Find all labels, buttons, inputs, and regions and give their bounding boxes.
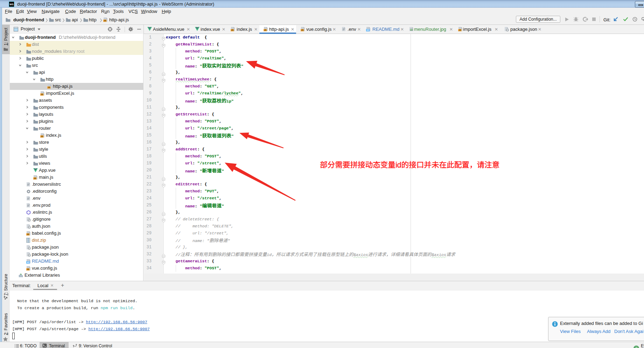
svg-text:JS: JS <box>458 29 461 31</box>
svg-text:JS: JS <box>231 29 233 31</box>
svg-text:JS: JS <box>27 268 29 270</box>
svg-text:MD: MD <box>27 261 30 263</box>
svg-text:JS: JS <box>48 86 50 88</box>
svg-text:JS: JS <box>41 135 43 137</box>
svg-text:JS: JS <box>301 29 303 31</box>
svg-text:JS: JS <box>34 177 36 179</box>
svg-text:JS: JS <box>27 233 29 235</box>
svg-text:MD: MD <box>366 29 370 31</box>
svg-text:JS: JS <box>264 29 266 31</box>
svg-text:{}: {} <box>28 254 30 257</box>
svg-text:{}: {} <box>506 29 509 31</box>
svg-text:{}: {} <box>28 247 30 250</box>
svg-text:{}: {} <box>28 226 30 229</box>
svg-text:JS: JS <box>41 93 43 95</box>
svg-text:JS: JS <box>104 20 106 22</box>
